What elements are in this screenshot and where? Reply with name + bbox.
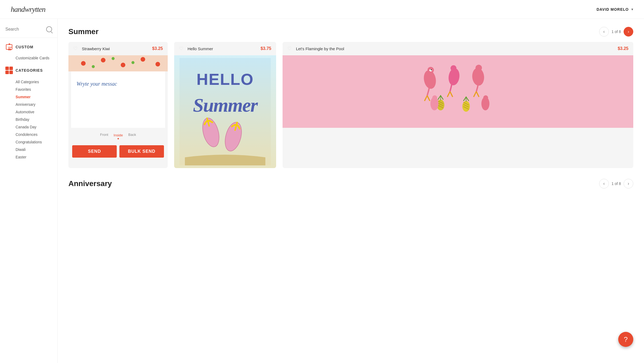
svg-point-14: [451, 65, 456, 71]
hello-summer-image[interactable]: HELLO Summer: [174, 55, 276, 168]
svg-point-28: [432, 95, 437, 100]
anniversary-prev-btn[interactable]: ‹: [599, 179, 609, 188]
strawberry-kiwi-inside: Wryte your messac: [71, 71, 165, 128]
card-view-tabs: Front Inside Back: [68, 130, 168, 141]
custom-section-header: CUSTOM: [5, 43, 52, 51]
svg-point-22: [462, 101, 470, 112]
user-menu[interactable]: DAVID MORELO ▾: [597, 7, 633, 12]
strawberry-kiwi-title-area: ♡ Strawberry Kiwi: [73, 46, 110, 52]
summer-section-header: Summer ‹ 1 of 8 ›: [68, 27, 633, 37]
summer-cards-row: ♡ Strawberry Kiwi $3.25 Wryte your messa…: [68, 42, 633, 168]
flamingle-favorite-btn[interactable]: ♡: [287, 46, 293, 52]
tab-inside[interactable]: Inside: [114, 133, 123, 137]
strawberry-kiwi-card-header: ♡ Strawberry Kiwi $3.25: [68, 42, 168, 55]
bulk-send-button[interactable]: BULK SEND: [119, 145, 164, 158]
card-strawberry-kiwi: ♡ Strawberry Kiwi $3.25 Wryte your messa…: [68, 42, 168, 168]
search-icon[interactable]: [46, 26, 52, 32]
summer-next-btn[interactable]: ›: [624, 27, 633, 37]
custom-section: CUSTOM Customizable Cards: [0, 43, 57, 67]
svg-text:Summer: Summer: [193, 95, 258, 116]
username: DAVID MORELO: [597, 7, 629, 12]
header: handwrytten DAVID MORELO ▾: [0, 0, 644, 19]
help-button[interactable]: ?: [618, 332, 633, 347]
sidebar-item-condolences[interactable]: Condolences: [5, 131, 52, 138]
hello-summer-title-area: ♡ Hello Summer: [179, 46, 213, 52]
anniversary-section-header: Anniversary ‹ 1 of 8 ›: [68, 179, 633, 188]
sidebar-item-congratulations[interactable]: Congratulations: [5, 138, 52, 146]
hello-summer-name: Hello Summer: [188, 46, 213, 51]
hello-summer-favorite-btn[interactable]: ♡: [179, 46, 185, 52]
strawberry-kiwi-actions: SEND BULK SEND: [68, 141, 168, 161]
strawberry-kiwi-favorite-btn[interactable]: ♡: [73, 46, 79, 52]
flamingle-image[interactable]: [283, 55, 633, 128]
sidebar-item-customizable-cards[interactable]: Customizable Cards: [5, 55, 52, 61]
logo: handwrytten: [11, 5, 45, 14]
chevron-down-icon: ▾: [631, 8, 633, 11]
send-button[interactable]: SEND: [72, 145, 117, 158]
sidebar-item-diwali[interactable]: Diwali: [5, 146, 52, 153]
anniversary-pagination-text: 1 of 8: [612, 182, 621, 186]
strawberry-kiwi-name: Strawberry Kiwi: [82, 46, 110, 51]
search-input[interactable]: [5, 27, 43, 32]
sidebar: CUSTOM Customizable Cards CATEGORIES All…: [0, 19, 58, 363]
strawberry-kiwi-price: $3.25: [152, 46, 163, 51]
categories-icon: [5, 67, 13, 74]
sidebar-item-birthday[interactable]: Birthday: [5, 116, 52, 123]
svg-point-16: [475, 65, 482, 71]
anniversary-section: Anniversary ‹ 1 of 8 ›: [68, 179, 633, 188]
summer-section: Summer ‹ 1 of 8 › ♡ Strawberry Kiwi $3.2…: [68, 27, 633, 168]
svg-point-30: [483, 95, 488, 100]
tab-back[interactable]: Back: [128, 133, 136, 139]
sidebar-item-summer[interactable]: Summer: [5, 93, 52, 101]
categories-header: CATEGORIES: [5, 67, 52, 74]
svg-text:HELLO: HELLO: [196, 70, 254, 88]
flamingle-name: Let's Flamingle by the Pool: [296, 46, 344, 51]
strawberry-kiwi-decoration: [68, 55, 168, 71]
main-content: Summer ‹ 1 of 8 › ♡ Strawberry Kiwi $3.2…: [58, 19, 644, 363]
hello-summer-card-header: ♡ Hello Summer $3.75: [174, 42, 276, 55]
card-flamingle: ♡ Let's Flamingle by the Pool $3.25: [283, 42, 633, 168]
summer-prev-btn[interactable]: ‹: [599, 27, 609, 37]
hello-summer-price: $3.75: [261, 46, 271, 51]
summer-pagination: ‹ 1 of 8 ›: [599, 27, 633, 37]
hello-summer-svg: HELLO Summer: [180, 58, 271, 165]
flamingle-title-area: ♡ Let's Flamingle by the Pool: [287, 46, 344, 52]
summer-title: Summer: [68, 27, 98, 36]
flamingle-price: $3.25: [618, 46, 628, 51]
anniversary-title: Anniversary: [68, 179, 112, 188]
sidebar-item-favorites[interactable]: Favorites: [5, 86, 52, 93]
sidebar-item-anniversary[interactable]: Anniversary: [5, 101, 52, 108]
flamingle-card-header: ♡ Let's Flamingle by the Pool $3.25: [283, 42, 633, 55]
categories-section: CATEGORIES All Categories Favorites Summ…: [0, 67, 57, 161]
anniversary-pagination: ‹ 1 of 8 ›: [599, 179, 633, 188]
flamingle-svg: [415, 58, 501, 128]
tab-front[interactable]: Front: [100, 133, 108, 139]
strawberry-pattern: [68, 55, 168, 71]
search-box: [0, 24, 57, 38]
svg-point-12: [431, 69, 432, 70]
custom-label: CUSTOM: [16, 45, 33, 49]
sidebar-item-all-categories[interactable]: All Categories: [5, 78, 52, 86]
main-layout: CUSTOM Customizable Cards CATEGORIES All…: [0, 19, 644, 363]
summer-pagination-text: 1 of 8: [612, 30, 621, 34]
tab-inside-container: Inside: [114, 133, 123, 139]
categories-label: CATEGORIES: [16, 68, 43, 72]
custom-cards-icon: [5, 43, 13, 51]
sidebar-item-automotive[interactable]: Automotive: [5, 108, 52, 116]
active-tab-dot: [118, 138, 119, 139]
card-hello-summer: ♡ Hello Summer $3.75: [174, 42, 276, 168]
sidebar-item-easter[interactable]: Easter: [5, 153, 52, 161]
card-message-preview: Wryte your messac: [76, 79, 117, 88]
anniversary-next-btn[interactable]: ›: [624, 179, 633, 188]
sidebar-item-canada-day[interactable]: Canada Day: [5, 123, 52, 131]
